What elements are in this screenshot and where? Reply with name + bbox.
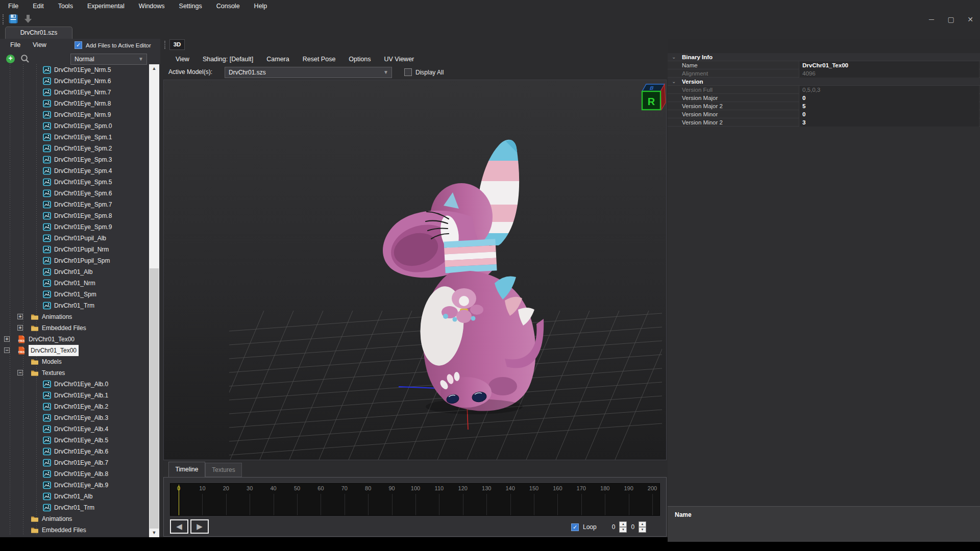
tree-item[interactable]: DrvChr01Eye_Nrm.9 — [0, 109, 149, 120]
tree-item-label[interactable]: DrvChr01Eye_Alb.0 — [54, 379, 108, 390]
document-tab[interactable]: DrvChr01.szs — [5, 27, 72, 39]
frame-forward-button[interactable]: ▶ — [190, 519, 209, 534]
tree-item-label[interactable]: DrvChr01Eye_Spm.6 — [54, 188, 112, 199]
tree-item[interactable]: DrvChr01Eye_Spm.3 — [0, 154, 149, 165]
tree-item-label[interactable]: DrvChr01Eye_Spm.5 — [54, 177, 112, 188]
menu-item[interactable]: Console — [216, 3, 240, 10]
tree-item[interactable]: DrvChr01Eye_Alb.4 — [0, 423, 149, 435]
property-value[interactable]: 3 — [799, 118, 979, 127]
menu-item[interactable]: Edit — [33, 3, 44, 10]
tree-item-label[interactable]: DrvChr01Eye_Nrm.5 — [54, 64, 111, 76]
chevron-down-icon[interactable]: ⌄ — [672, 78, 676, 86]
tree-item-label[interactable]: DrvChr01_Trm — [54, 502, 94, 513]
tree-item[interactable]: DrvChr01Eye_Spm.7 — [0, 199, 149, 210]
tree-item[interactable]: DrvChr01_Trm — [0, 502, 149, 513]
tree-item-label[interactable]: DrvChr01Eye_Nrm.7 — [54, 87, 111, 98]
tree-item-label[interactable]: DrvChr01_Nrm — [54, 278, 95, 289]
download-arrow-icon[interactable] — [23, 14, 33, 23]
viewport-menu-item[interactable]: Camera — [266, 56, 289, 63]
tab-3d[interactable]: 3D — [169, 39, 185, 50]
toolbar-grip[interactable] — [3, 14, 5, 24]
tree-item[interactable]: DrvChr01Eye_Alb.8 — [0, 468, 149, 480]
viewport-menu-item[interactable]: Shading: [Default] — [203, 56, 253, 63]
tree-item[interactable]: −DrvChr01_Tex00 — [0, 345, 149, 356]
property-category[interactable]: ⌄Version — [668, 78, 980, 86]
viewport-menu-item[interactable]: UV Viewer — [384, 56, 414, 63]
collapse-icon[interactable]: − — [17, 370, 23, 375]
tree-item[interactable]: DrvChr01Eye_Alb.0 — [0, 379, 149, 390]
filter-dropdown[interactable]: Normal▼ — [70, 54, 147, 65]
tree-item-label[interactable]: DrvChr01Eye_Nrm.8 — [54, 98, 111, 109]
tree-item[interactable]: DrvChr01_Spm — [0, 289, 149, 300]
tree-scrollbar[interactable]: ▲ ▼ — [149, 64, 159, 537]
tree-item-label[interactable]: DrvChr01Eye_Alb.7 — [54, 457, 108, 468]
viewport-menu-item[interactable]: Options — [349, 56, 371, 63]
menu-item[interactable]: Settings — [179, 3, 202, 10]
save-icon[interactable] — [8, 14, 18, 24]
tree-item-label[interactable]: DrvChr01Eye_Nrm.6 — [54, 76, 111, 87]
tree-item[interactable]: DrvChr01Eye_Alb.6 — [0, 446, 149, 457]
tree-item-label[interactable]: DrvChr01Eye_Spm.9 — [54, 221, 112, 233]
tree-item-label[interactable]: DrvChr01Eye_Alb.6 — [54, 446, 108, 457]
tree-item-label[interactable]: DrvChr01Eye_Spm.2 — [54, 143, 112, 154]
tree-item-label[interactable]: DrvChr01Eye_Spm.1 — [54, 132, 112, 143]
menu-item[interactable]: Tools — [58, 3, 73, 10]
tree-item-label[interactable]: DrvChr01Eye_Alb.9 — [54, 480, 108, 491]
tree-item[interactable]: DrvChr01Pupil_Alb — [0, 233, 149, 244]
tab-textures[interactable]: Textures — [205, 463, 242, 477]
loop-checkbox[interactable]: ✓ — [571, 523, 579, 531]
viewer-grip[interactable] — [164, 41, 166, 49]
tree-item[interactable]: DrvChr01_Trm — [0, 300, 149, 311]
active-model-dropdown[interactable]: DrvChr01.szs▼ — [225, 67, 392, 78]
tree-item[interactable]: DrvChr01Eye_Alb.9 — [0, 480, 149, 491]
tree-item-label[interactable]: DrvChr01Eye_Spm.0 — [54, 120, 112, 132]
scrollbar-thumb[interactable] — [150, 268, 159, 529]
tree-item-label[interactable]: DrvChr01_Trm — [54, 300, 94, 311]
tree-item[interactable]: +DrvChr01_Tex00 — [0, 334, 149, 345]
tree-item[interactable]: DrvChr01Eye_Alb.3 — [0, 412, 149, 423]
tree-item-label[interactable]: DrvChr01Pupil_Spm — [54, 255, 110, 266]
tree-item-label[interactable]: DrvChr01Eye_Spm.3 — [54, 154, 112, 165]
tree-item[interactable]: DrvChr01_Nrm — [0, 278, 149, 289]
tree-item-label[interactable]: DrvChr01Pupil_Nrm — [54, 244, 109, 255]
tree-item-label[interactable]: Embedded Files — [42, 322, 86, 334]
tree-item[interactable]: Embedded Files — [0, 524, 149, 536]
expand-icon[interactable]: + — [4, 336, 10, 342]
tree-item-label[interactable]: DrvChr01Eye_Alb.3 — [54, 412, 108, 423]
tree-item[interactable]: DrvChr01Eye_Spm.8 — [0, 210, 149, 221]
tree-item-label[interactable]: Textures — [42, 367, 65, 379]
tree-item[interactable]: −Textures — [0, 367, 149, 379]
tree-item[interactable]: +Animations — [0, 311, 149, 322]
property-value[interactable]: DrvChr01_Tex00 — [799, 61, 979, 69]
frame-back-button[interactable]: ◀ — [170, 519, 188, 534]
3d-viewport[interactable]: R B — [163, 80, 667, 460]
left-view-menu[interactable]: View — [33, 41, 46, 48]
property-value[interactable]: 0 — [799, 110, 979, 118]
tree-item[interactable]: DrvChr01_Alb — [0, 266, 149, 278]
tree-item[interactable]: DrvChr01Eye_Nrm.7 — [0, 87, 149, 98]
tree-item-label[interactable]: DrvChr01Eye_Alb.4 — [54, 423, 108, 435]
tree-item-label[interactable]: DrvChr01Eye_Alb.1 — [54, 390, 108, 401]
tree-item-label[interactable]: Animations — [42, 513, 72, 524]
tree-item-label[interactable]: DrvChr01Pupil_Alb — [54, 233, 106, 244]
tree-item[interactable]: +Embedded Files — [0, 322, 149, 334]
search-icon[interactable] — [20, 54, 30, 63]
tree-item[interactable]: DrvChr01Eye_Nrm.5 — [0, 64, 149, 76]
tree-item-label[interactable]: DrvChr01_Alb — [54, 266, 92, 278]
scroll-up-icon[interactable]: ▲ — [149, 64, 159, 73]
timeline-ruler[interactable]: 0102030405060708090100110120130140150160… — [170, 483, 660, 516]
tree-item-label[interactable]: DrvChr01Eye_Spm.4 — [54, 165, 112, 177]
collapse-icon[interactable]: − — [4, 347, 10, 353]
tree-item-label[interactable]: DrvChr01_Tex00 — [29, 334, 75, 345]
menu-item[interactable]: Windows — [139, 3, 165, 10]
tree-item[interactable]: Models — [0, 356, 149, 367]
tree-item-label[interactable]: DrvChr01_Spm — [54, 289, 96, 300]
tree-item[interactable]: DrvChr01Pupil_Spm — [0, 255, 149, 266]
tree-item[interactable]: DrvChr01Eye_Spm.5 — [0, 177, 149, 188]
tree-item-label[interactable]: DrvChr01Eye_Spm.7 — [54, 199, 112, 210]
add-files-checkbox[interactable]: ✓ — [75, 41, 82, 49]
display-all-checkbox[interactable]: ✓ — [404, 68, 412, 76]
tree-item[interactable]: DrvChr01Eye_Alb.2 — [0, 401, 149, 412]
tree-item[interactable]: DrvChr01Eye_Spm.0 — [0, 120, 149, 132]
frame-max-value[interactable]: 0 — [631, 523, 634, 531]
